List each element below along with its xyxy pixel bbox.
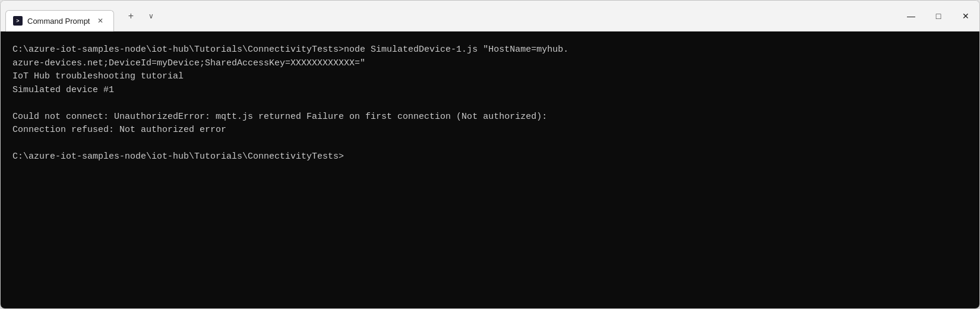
terminal-line-6: Could not connect: UnauthorizedError: mq… xyxy=(12,111,968,124)
window: Command Prompt ✕ + ∨ — □ ✕ C:\azure-iot-… xyxy=(0,0,980,309)
tab-command-prompt[interactable]: Command Prompt ✕ xyxy=(5,10,114,31)
minimize-button[interactable]: — xyxy=(897,1,925,31)
titlebar: Command Prompt ✕ + ∨ — □ ✕ xyxy=(1,1,979,31)
close-button[interactable]: ✕ xyxy=(952,1,979,31)
dropdown-button[interactable]: ∨ xyxy=(141,7,160,26)
terminal-line-5 xyxy=(12,97,968,111)
new-tab-button[interactable]: + xyxy=(121,7,140,26)
terminal-line-9: C:\azure-iot-samples-node\iot-hub\Tutori… xyxy=(12,150,968,164)
tab-close-button[interactable]: ✕ xyxy=(94,15,106,27)
window-controls: — □ ✕ xyxy=(897,1,979,31)
tab-title: Command Prompt xyxy=(27,17,90,26)
maximize-button[interactable]: □ xyxy=(925,1,952,31)
terminal-line-8 xyxy=(12,137,968,151)
terminal-line-3: IoT Hub troubleshooting tutorial xyxy=(12,70,968,84)
terminal-line-4: Simulated device #1 xyxy=(12,84,968,97)
terminal-line-2: azure-devices.net;DeviceId=myDevice;Shar… xyxy=(12,57,968,71)
terminal-line-1: C:\azure-iot-samples-node\iot-hub\Tutori… xyxy=(12,43,968,57)
terminal-line-7: Connection refused: Not authorized error xyxy=(12,124,968,137)
terminal-area[interactable]: C:\azure-iot-samples-node\iot-hub\Tutori… xyxy=(1,31,979,308)
titlebar-actions: + ∨ xyxy=(121,7,160,26)
cmd-icon xyxy=(13,16,23,26)
